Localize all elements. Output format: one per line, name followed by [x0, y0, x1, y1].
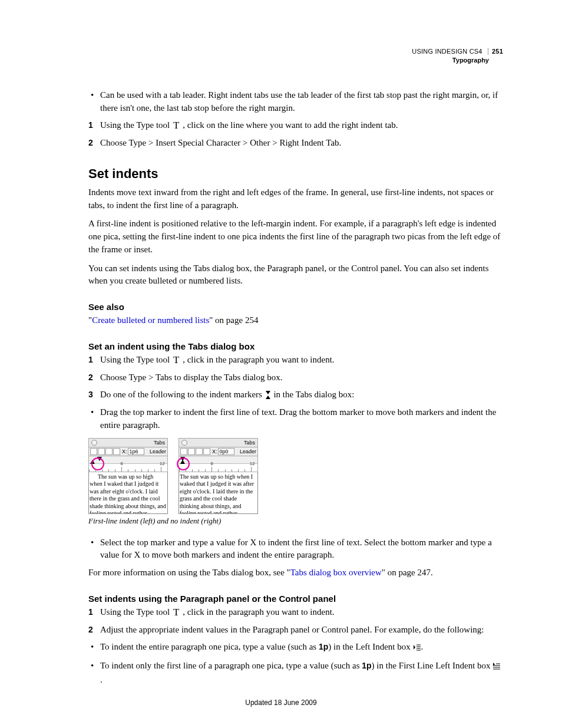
xref-link[interactable]: Create bulleted or numbered lists [92, 315, 209, 325]
running-header: USING INDESIGN CS4 251 Typography [88, 47, 503, 65]
heading-set-indents: Set indents [88, 166, 503, 182]
step-item: Adjust the appropriate indent values in … [88, 624, 503, 637]
xref-link[interactable]: Tabs dialog box overview [290, 568, 382, 577]
footer-updated: Updated 18 June 2009 [0, 699, 562, 707]
first-line-indent-icon [492, 661, 501, 674]
tabs-panel-right: Tabs X: 0p0 Leader [178, 438, 258, 514]
leader-label: Leader [150, 449, 166, 454]
heading-tabs-dialog: Set an indent using the Tabs dialog box [88, 341, 503, 351]
leader-label: Leader [240, 449, 256, 454]
doc-title: USING INDESIGN CS4 [412, 48, 482, 55]
page-number: 251 [488, 48, 503, 55]
section-name: Typography [88, 56, 503, 65]
list-item: To indent only the first line of a parag… [88, 660, 503, 687]
step-item: Using the Type tool T , click in the par… [88, 354, 503, 367]
tabs-panel-left: Tabs X: 1p6 Leader [88, 438, 168, 514]
panel-title: Tabs [154, 440, 165, 446]
panel-title: Tabs [244, 440, 255, 446]
list-item: Select the top marker and type a value f… [88, 536, 503, 562]
step-item: Do one of the following to the indent ma… [88, 388, 503, 401]
list-item: To indent the entire paragraph one pica,… [88, 641, 503, 655]
tab-align-decimal-icon [113, 448, 120, 455]
tab-align-right-icon [105, 448, 113, 455]
svg-marker-0 [266, 391, 270, 394]
x-value: 1p6 [128, 448, 144, 455]
tab-align-left-icon [180, 448, 187, 455]
close-icon [181, 440, 187, 446]
indent-marker-icon [265, 390, 274, 399]
heading-paragraph-panel: Set indents using the Paragraph panel or… [88, 594, 503, 604]
tab-align-right-icon [196, 448, 203, 455]
sample-text: The sun was up so high when I waked that… [178, 472, 258, 514]
see-also-line: "Create bulleted or numbered lists" on p… [88, 314, 503, 327]
step-item: Using the Type tool T , click on the lin… [88, 119, 503, 132]
svg-marker-1 [266, 396, 270, 399]
body-text: Indents move text inward from the right … [88, 186, 503, 212]
tab-align-left-icon [90, 448, 97, 455]
list-item: Drag the top marker to indent the first … [88, 406, 503, 432]
left-indent-icon [413, 642, 421, 655]
x-value: 0p0 [218, 448, 234, 455]
type-tool-icon: T [172, 120, 180, 130]
x-label: X: [212, 449, 217, 454]
x-label: X: [122, 449, 127, 454]
figure-caption: First-line indent (left) and no indent (… [88, 516, 503, 526]
heading-see-also: See also [88, 302, 503, 312]
tab-align-center-icon [188, 448, 195, 455]
step-item: Using the Type tool T , click in the par… [88, 606, 503, 619]
list-item: Can be used with a tab leader. Right ind… [88, 89, 503, 115]
body-text: For more information on using the Tabs d… [88, 566, 503, 579]
step-item: Choose Type > Insert Special Character >… [88, 137, 503, 150]
body-text: You can set indents using the Tabs dialo… [88, 262, 503, 288]
type-tool-icon: T [172, 355, 180, 365]
body-text: A first-line indent is positioned relati… [88, 218, 503, 256]
close-icon [91, 440, 97, 446]
sample-text: The sun was up so high when I waked that… [88, 472, 168, 514]
tab-align-center-icon [98, 448, 105, 455]
figure-tabs-panels: Tabs X: 1p6 Leader [88, 438, 503, 514]
tab-align-decimal-icon [203, 448, 210, 455]
step-item: Choose Type > Tabs to display the Tabs d… [88, 371, 503, 384]
type-tool-icon: T [172, 607, 180, 617]
